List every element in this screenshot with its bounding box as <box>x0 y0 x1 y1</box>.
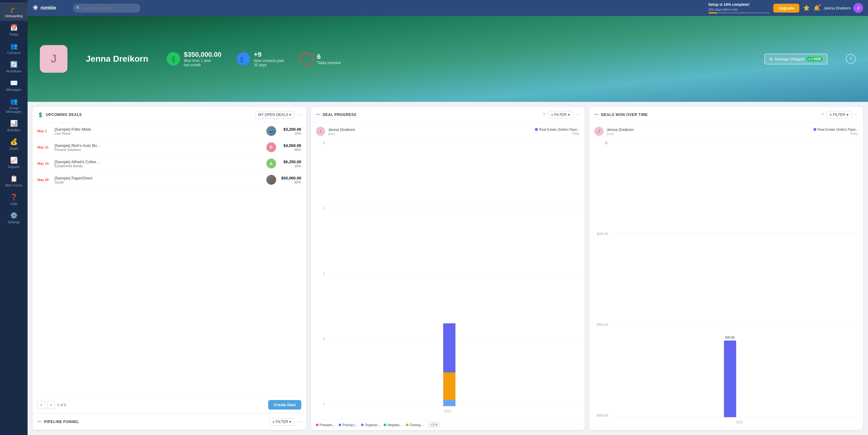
deal-stage: Established Needs <box>55 164 263 168</box>
pipeline-funnel-header: 〜 PIPELINE FUNNEL ≡ FILTER ▾ ··· <box>32 413 306 430</box>
user-profile[interactable]: Jenna Dreikorn J <box>824 3 863 13</box>
bar-chart-inner: $600.0K $400.0K $200.0K $0 <box>594 138 858 427</box>
sidebar-item-reports[interactable]: 📈 Reports <box>0 153 28 172</box>
user-avatar: J <box>853 3 863 13</box>
deal-row[interactable]: May 20 [Sample] PaperDirect Quote 👤 $50,… <box>32 172 306 188</box>
legend-dot-closing <box>406 424 408 426</box>
hero-stat-new-contacts: 👥 +9 New contacts past 30 days <box>237 51 284 67</box>
sidebar-item-label: Reports <box>8 165 20 169</box>
deals-won-bar <box>724 341 736 417</box>
onboarding-icon: 🎓 <box>10 5 18 13</box>
web-forms-icon: 📋 <box>10 175 18 182</box>
pipeline-filter-button[interactable]: ≡ FILTER ▾ <box>269 418 294 426</box>
pipeline-funnel-title: PIPELINE FUNNEL <box>44 420 267 424</box>
upcoming-deals-more-icon[interactable]: ··· <box>297 112 301 117</box>
sidebar-item-activities[interactable]: 📊 Activities <box>0 117 28 135</box>
deal-row[interactable]: May 14 [Sample] Alfred's Cofee ... Estab… <box>32 155 306 172</box>
deals-won-actions: ≡ FILTER ▾ ··· <box>826 111 858 118</box>
create-deal-button[interactable]: Create Deal <box>268 400 301 409</box>
deals-won-header: 〜 DEALS WON OVER TIME ? ≡ FILTER ▾ ··· <box>589 107 863 123</box>
setup-progress-track <box>708 12 770 13</box>
workflows-icon: 🔄 <box>10 61 18 68</box>
deals-won-info-icon[interactable]: ? <box>821 112 824 117</box>
deals-won-icon: 💲 <box>167 52 180 66</box>
pipeline-funnel-more-icon[interactable]: ··· <box>297 419 301 425</box>
today-icon: 📅 <box>10 24 18 31</box>
sidebar: 🎓 Onboarding 📅 Today 👥 Contacts 🔄 Workfl… <box>0 0 28 435</box>
deals-won-more-icon[interactable]: ··· <box>854 112 858 117</box>
app-logo: ✳ nimble <box>32 4 69 12</box>
manage-widgets-button[interactable]: ⚙ Manage Widgets ● 1 NEW <box>765 54 828 64</box>
messages-icon: ✉️ <box>10 79 18 87</box>
deal-progress-widget: 〜 DEAL PROGRESS ? ≡ FILTER ▾ ··· <box>311 107 585 430</box>
sidebar-item-messages[interactable]: ✉️ Messages <box>0 76 28 94</box>
next-page-button[interactable]: › <box>47 401 55 409</box>
deals-won-bar-chart: $600.0K $400.0K $200.0K $0 <box>594 138 858 427</box>
new-contacts-label: New contacts past 30 days <box>254 59 284 67</box>
sidebar-item-web-forms[interactable]: 📋 Web Forms <box>0 172 28 190</box>
x-axis-label: 2023 <box>736 420 743 424</box>
star-icon[interactable]: ⭐ <box>803 5 810 11</box>
prev-page-button[interactable]: ‹ <box>37 401 45 409</box>
sidebar-item-contacts[interactable]: 👥 Contacts <box>0 39 28 58</box>
sidebar-item-help[interactable]: ❓ Help <box>0 190 28 209</box>
sidebar-item-group-messages[interactable]: 👥 Group Messages <box>0 94 28 117</box>
deal-progress-filter-button[interactable]: ≡ FILTER ▾ <box>548 111 573 118</box>
new-contacts-icon: 👥 <box>237 52 250 66</box>
deal-progress-info-icon[interactable]: ? <box>543 112 545 117</box>
deal-info: [Sample] Fritto Misto Live Demo <box>55 127 263 135</box>
deal-row[interactable]: May 11 [Sample] Rick's Auto Bo... Presen… <box>32 139 306 155</box>
deal-amount: $3,200.00 10% <box>280 127 301 135</box>
deal-date: May 11 <box>37 145 51 149</box>
bar-segment-light-blue <box>443 400 456 406</box>
sidebar-item-today[interactable]: 📅 Today <box>0 21 28 39</box>
deals-filter-dropdown[interactable]: MY OPEN DEALS ▾ <box>255 111 295 118</box>
sidebar-item-settings[interactable]: ⚙️ Settings <box>0 209 28 227</box>
pipeline-name: Real Estate (Seller) Pipel... <box>818 127 858 131</box>
deal-date: May 14 <box>37 162 51 165</box>
deals-won-title: DEALS WON OVER TIME <box>601 113 819 117</box>
pipeline-date: Today <box>850 132 858 135</box>
chevron-down-icon: ▾ <box>568 113 570 117</box>
activities-icon: 📊 <box>10 120 18 127</box>
deal-progress-more-icon[interactable]: ··· <box>576 112 580 117</box>
group-messages-icon: 👥 <box>10 97 18 105</box>
sidebar-item-onboarding[interactable]: 🎓 Onboarding <box>0 2 28 21</box>
hero-stats: 💲 $350,000.00 Won from 1 deal last month… <box>167 51 341 67</box>
pipeline-dot-icon <box>535 128 538 131</box>
legend-dot-preparing <box>316 424 318 426</box>
sidebar-item-workflows[interactable]: 🔄 Workflows <box>0 58 28 76</box>
legend-dot-negotiating <box>384 424 386 426</box>
bar-group: 600.0K <box>607 336 849 417</box>
sidebar-item-label: Activities <box>7 128 20 132</box>
hero-stat-contacts-text: +9 New contacts past 30 days <box>254 51 284 67</box>
chart-user-name: Jenna Dreikorn <box>607 127 633 132</box>
tasks-overdue-label: Tasks overdue <box>317 61 341 65</box>
deal-progress-title: DEAL PROGRESS <box>323 113 540 117</box>
sidebar-item-label: Today <box>9 32 18 36</box>
deal-amount: $6,250.00 10% <box>280 160 301 168</box>
deal-row[interactable]: May 1 [Sample] Fritto Misto Live Demo 📷 … <box>32 123 306 139</box>
deal-stage: Present Solutions <box>55 148 263 151</box>
sidebar-item-label: Messages <box>6 88 22 91</box>
gear-icon: ⚙ <box>769 57 773 61</box>
setup-subtitle: 203 days left in trial <box>708 8 770 11</box>
legend-more-button[interactable]: +2 ▾ <box>428 422 440 428</box>
notification-bell-icon[interactable]: 🔔 <box>813 5 820 11</box>
search-input[interactable] <box>73 4 141 12</box>
hero-help-button[interactable]: ? <box>846 54 856 64</box>
pipeline-date: Today <box>571 132 580 135</box>
deals-won-value: $350,000.00 <box>184 51 221 59</box>
legend-item: Negotia... <box>384 423 402 427</box>
deal-avatar: A <box>266 158 276 168</box>
legend-dot-organizing <box>361 424 364 426</box>
upgrade-button[interactable]: Upgrade <box>773 4 799 12</box>
deals-won-filter-button[interactable]: ≡ FILTER ▾ <box>826 111 851 118</box>
deals-won-widget: 〜 DEALS WON OVER TIME ? ≡ FILTER ▾ ··· <box>589 107 863 430</box>
contacts-icon: 👥 <box>10 42 18 50</box>
sidebar-item-deals[interactable]: 💰 Deals <box>0 135 28 153</box>
deal-date: May 1 <box>37 129 51 133</box>
chart-user-name: Jenna Dreikorn <box>328 127 355 132</box>
deal-amount: $50,000.00 80% <box>280 176 301 184</box>
main-area: ✳ nimble Setup is 14% complete! 203 days… <box>28 0 868 435</box>
